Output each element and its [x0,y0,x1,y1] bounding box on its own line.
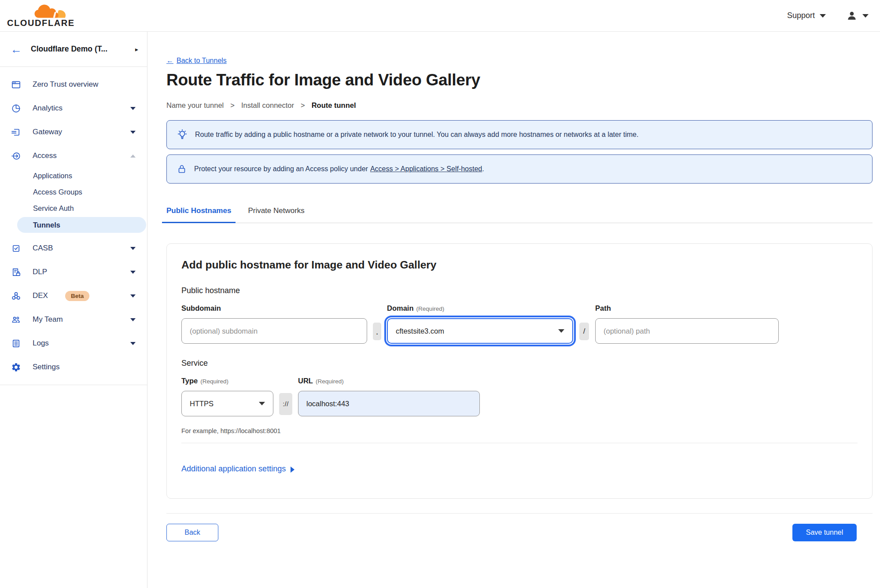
sidebar-item-casb[interactable]: CASB [0,236,147,260]
chevron-down-icon [130,271,136,274]
sidebar-divider [0,385,147,385]
sidebar-item-dex[interactable]: DEX Beta [0,284,147,308]
subdomain-label: Subdomain [181,304,367,312]
tab-bar: Public Hostnames Private Networks [162,206,873,223]
back-button[interactable]: Back [166,524,218,541]
url-label: URL(Required) [298,377,480,385]
tip-banner: Route traffic by adding a public hostnam… [166,120,873,149]
sidebar-item-service-auth[interactable]: Service Auth [0,200,147,217]
chevron-down-icon [558,329,564,333]
chevron-down-icon [130,247,136,250]
sidebar-item-access[interactable]: Access [0,144,147,168]
sidebar-item-tunnels[interactable]: Tunnels [17,217,146,233]
footer-actions: Back Save tunnel [166,524,873,541]
sidebar-item-dlp[interactable]: DLP [0,260,147,284]
sidebar-item-analytics[interactable]: Analytics [0,96,147,120]
hostname-row: Subdomain . Domain(Required) cftestsite3… [181,304,858,344]
sidebar-item-label: CASB [33,244,53,253]
sidebar-item-label: DLP [33,268,47,276]
domain-select[interactable]: cftestsite3.com [387,318,573,344]
team-icon [11,315,21,325]
user-icon [846,10,858,22]
chevron-right-icon[interactable]: ▸ [135,46,138,53]
service-row: Type(Required) HTTPS :// URL(Required) [181,377,858,416]
access-applications-link[interactable]: Access > Applications > Self-hosted [370,165,482,173]
casb-icon [11,243,21,254]
required-hint: (Required) [316,378,344,385]
chevron-down-icon [820,14,826,18]
sidebar-item-label: Analytics [33,104,63,113]
lock-icon [177,164,187,174]
sidebar-item-zero-trust-overview[interactable]: Zero Trust overview [0,73,147,96]
chevron-down-icon [130,294,136,298]
path-input[interactable] [595,318,779,344]
required-hint: (Required) [200,378,228,385]
slash-separator: / [579,323,589,340]
sidebar-item-label: Tunnels [33,221,60,229]
back-arrow-icon[interactable]: ← [11,44,22,55]
sidebar-item-gateway[interactable]: Gateway [0,120,147,144]
sidebar-item-label: Settings [33,363,59,371]
sidebar-item-label: My Team [33,315,63,324]
access-icon [11,151,21,161]
sidebar-item-access-groups[interactable]: Access Groups [0,184,147,200]
type-field-group: Type(Required) HTTPS [181,377,273,416]
cloudflare-logo[interactable]: CLOUDFLARE [0,3,75,28]
top-bar: CLOUDFLARE Support [0,0,880,32]
dlp-icon [11,267,21,277]
tab-public-hostnames[interactable]: Public Hostnames [162,206,236,223]
access-policy-banner: Protect your resource by adding an Acces… [166,154,873,184]
sidebar-item-label: DEX [33,291,48,300]
breadcrumb-separator: > [301,101,305,110]
chevron-down-icon [259,402,265,405]
save-tunnel-button[interactable]: Save tunnel [792,524,857,541]
user-menu[interactable] [846,10,869,22]
sidebar-item-label: Access Groups [33,188,82,196]
chevron-down-icon [130,131,136,134]
sidebar-item-label: Service Auth [33,204,74,213]
service-url-input[interactable] [298,391,480,416]
dot-separator: . [373,323,381,340]
sidebar-item-logs[interactable]: Logs [0,331,147,355]
path-label: Path [595,304,779,312]
main-content: ← Back to Tunnels Route Traffic for Imag… [147,32,880,588]
lightbulb-icon [177,129,188,140]
sidebar-item-my-team[interactable]: My Team [0,308,147,331]
public-hostname-section-label: Public hostname [181,286,858,295]
gear-icon [11,362,21,372]
card-heading: Add public hostname for Image and Video … [181,259,858,271]
access-sub-menu: Applications Access Groups Service Auth … [0,168,147,233]
card-divider [181,443,858,443]
chevron-down-icon [130,318,136,321]
logs-icon [11,338,21,349]
scheme-separator: :// [279,393,292,415]
breadcrumb: Name your tunnel > Install connector > R… [166,101,873,110]
sidebar-item-label: Access [33,151,57,160]
sidebar-item-label: Logs [33,339,49,348]
sidebar-item-settings[interactable]: Settings [0,355,147,379]
support-menu[interactable]: Support [787,11,826,20]
account-switcher: ← Cloudflare Demo (T... ▸ [0,32,147,67]
domain-field-group: Domain(Required) cftestsite3.com [387,304,573,344]
subdomain-field-group: Subdomain [181,304,367,344]
expand-arrow-icon [291,467,295,473]
service-type-select[interactable]: HTTPS [181,391,273,416]
overview-icon [11,80,21,90]
left-arrow-icon: ← [166,57,173,65]
sidebar-item-label: Zero Trust overview [33,80,98,89]
tab-private-networks[interactable]: Private Networks [243,206,309,223]
breadcrumb-step-name-tunnel[interactable]: Name your tunnel [166,101,224,110]
chevron-up-icon [130,154,136,158]
sidebar-item-applications[interactable]: Applications [0,168,147,184]
analytics-icon [11,103,21,114]
subdomain-input[interactable] [181,318,367,344]
path-field-group: Path [595,304,779,344]
breadcrumb-step-install-connector[interactable]: Install connector [241,101,294,110]
url-field-group: URL(Required) [298,377,480,416]
public-hostname-card: Add public hostname for Image and Video … [166,243,873,499]
additional-settings-toggle[interactable]: Additional application settings [181,464,295,474]
back-to-tunnels-link[interactable]: ← Back to Tunnels [166,57,227,65]
dex-icon [11,291,21,301]
sidebar-item-label: Gateway [33,128,62,136]
type-label: Type(Required) [181,377,273,385]
